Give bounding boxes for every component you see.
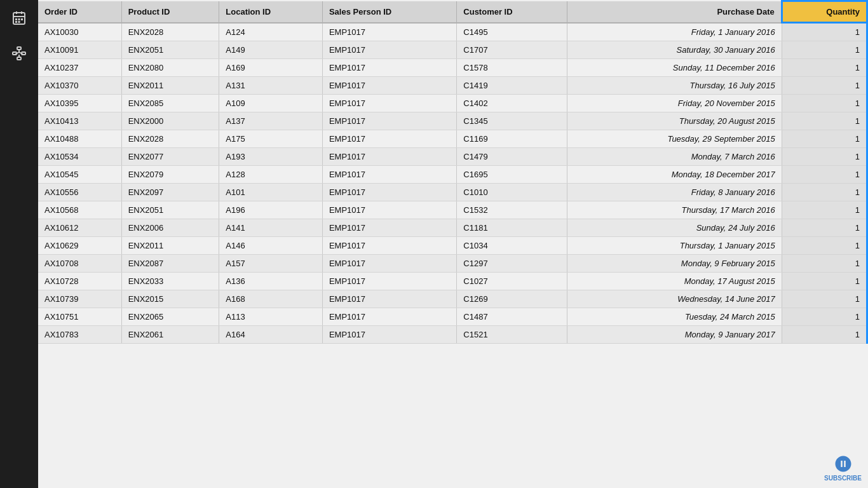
cell-product_id: ENX2097 [121,184,219,201]
cell-sales_person_id: EMP1017 [322,308,456,326]
cell-quantity: 1 [782,148,867,166]
cell-sales_person_id: EMP1017 [322,219,456,237]
cell-order_id: AX10629 [38,237,121,255]
cell-quantity: 1 [782,290,867,308]
cell-location_id: A168 [219,290,323,308]
cell-customer_id: C1010 [457,184,567,201]
network-icon[interactable] [8,42,31,65]
cell-purchase-date: Friday, 8 January 2016 [567,184,782,201]
table-row: AX10545ENX2079A128EMP1017C1695Monday, 18… [38,166,867,184]
cell-customer_id: C1479 [457,148,567,166]
cell-sales_person_id: EMP1017 [322,130,456,148]
cell-product_id: ENX2011 [121,237,219,255]
cell-product_id: ENX2051 [121,201,219,219]
cell-order_id: AX10568 [38,201,121,219]
cell-quantity: 1 [782,41,867,59]
col-header-quantity[interactable]: Quantity [782,1,867,23]
cell-purchase-date: Sunday, 11 December 2016 [567,59,782,77]
sidebar [0,0,38,488]
data-table: Order ID Product ID Location ID Sales Pe… [38,0,868,344]
table-row: AX10728ENX2033A136EMP1017C1027Monday, 17… [38,273,867,290]
svg-rect-9 [17,47,21,50]
cell-quantity: 1 [782,112,867,130]
cell-sales_person_id: EMP1017 [322,237,456,255]
cell-order_id: AX10395 [38,95,121,112]
col-header-customer-id[interactable]: Customer ID [457,1,567,23]
cell-purchase-date: Monday, 7 March 2016 [567,148,782,166]
cell-customer_id: C1487 [457,308,567,326]
cell-order_id: AX10783 [38,326,121,344]
cell-order_id: AX10708 [38,255,121,273]
data-table-wrapper[interactable]: Order ID Product ID Location ID Sales Pe… [38,0,868,488]
cell-product_id: ENX2015 [121,290,219,308]
cell-purchase-date: Wednesday, 14 June 2017 [567,290,782,308]
cell-product_id: ENX2028 [121,23,219,41]
cell-quantity: 1 [782,237,867,255]
cell-location_id: A193 [219,148,323,166]
cell-purchase-date: Monday, 18 December 2017 [567,166,782,184]
svg-rect-5 [18,18,20,20]
col-header-product-id[interactable]: Product ID [121,1,219,23]
cell-sales_person_id: EMP1017 [322,201,456,219]
table-row: AX10629ENX2011A146EMP1017C1034Thursday, … [38,237,867,255]
cell-quantity: 1 [782,201,867,219]
table-row: AX10612ENX2006A141EMP1017C1181Sunday, 24… [38,219,867,237]
cell-sales_person_id: EMP1017 [322,77,456,95]
cell-location_id: A128 [219,166,323,184]
cell-sales_person_id: EMP1017 [322,148,456,166]
col-header-purchase-date[interactable]: Purchase Date [567,1,782,23]
table-row: AX10370ENX2011A131EMP1017C1419Thursday, … [38,77,867,95]
cell-sales_person_id: EMP1017 [322,290,456,308]
cell-location_id: A169 [219,59,323,77]
cell-quantity: 1 [782,184,867,201]
cell-location_id: A149 [219,41,323,59]
cell-customer_id: C1695 [457,166,567,184]
cell-location_id: A141 [219,219,323,237]
cell-product_id: ENX2085 [121,95,219,112]
cell-customer_id: C1578 [457,59,567,77]
cell-location_id: A164 [219,326,323,344]
cell-sales_person_id: EMP1017 [322,41,456,59]
cell-purchase-date: Monday, 9 February 2015 [567,255,782,273]
table-row: AX10030ENX2028A124EMP1017C1495Friday, 1 … [38,23,867,41]
cell-purchase-date: Friday, 1 January 2016 [567,23,782,41]
cell-customer_id: C1345 [457,112,567,130]
cell-customer_id: C1297 [457,255,567,273]
cell-location_id: A131 [219,77,323,95]
cell-purchase-date: Thursday, 17 March 2016 [567,201,782,219]
cell-purchase-date: Friday, 20 November 2015 [567,95,782,112]
cell-customer_id: C1419 [457,77,567,95]
table-header-row: Order ID Product ID Location ID Sales Pe… [38,1,867,23]
cell-customer_id: C1707 [457,41,567,59]
cell-location_id: A146 [219,237,323,255]
cell-quantity: 1 [782,59,867,77]
cell-product_id: ENX2079 [121,166,219,184]
cell-location_id: A101 [219,184,323,201]
svg-rect-4 [15,18,17,20]
cell-order_id: AX10370 [38,77,121,95]
svg-rect-6 [21,18,23,20]
cell-quantity: 1 [782,326,867,344]
table-row: AX10534ENX2077A193EMP1017C1479Monday, 7 … [38,148,867,166]
cell-quantity: 1 [782,273,867,290]
cell-customer_id: C1181 [457,219,567,237]
cell-sales_person_id: EMP1017 [322,95,456,112]
cell-purchase-date: Sunday, 24 July 2016 [567,219,782,237]
cell-location_id: A175 [219,130,323,148]
cell-sales_person_id: EMP1017 [322,59,456,77]
col-header-location-id[interactable]: Location ID [219,1,323,23]
cell-location_id: A157 [219,255,323,273]
subscribe-label: SUBSCRIBE [824,475,862,482]
calendar-icon[interactable] [8,6,31,29]
col-header-order-id[interactable]: Order ID [38,1,121,23]
cell-product_id: ENX2000 [121,112,219,130]
cell-order_id: AX10237 [38,59,121,77]
cell-customer_id: C1169 [457,130,567,148]
cell-quantity: 1 [782,130,867,148]
cell-purchase-date: Tuesday, 29 September 2015 [567,130,782,148]
col-header-sales-person-id[interactable]: Sales Person ID [322,1,456,23]
cell-sales_person_id: EMP1017 [322,166,456,184]
cell-order_id: AX10413 [38,112,121,130]
subscribe-badge: SUBSCRIBE [824,454,862,482]
table-row: AX10488ENX2028A175EMP1017C1169Tuesday, 2… [38,130,867,148]
